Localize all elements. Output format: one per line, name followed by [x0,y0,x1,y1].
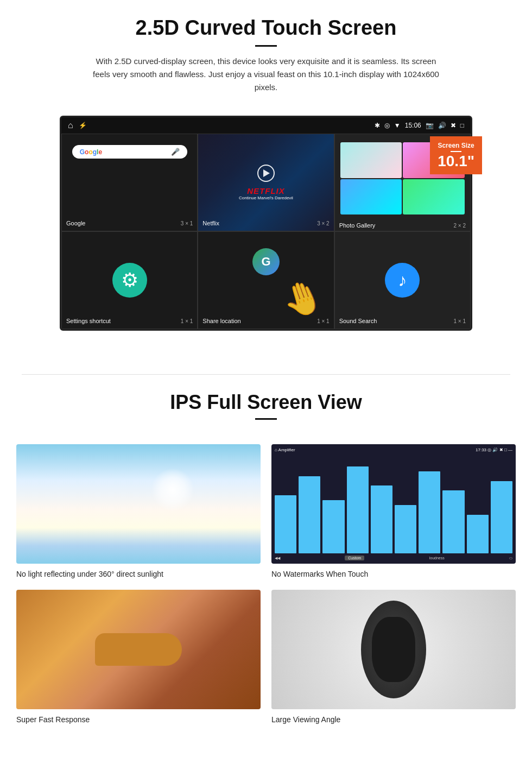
screen-mockup-section: ⌂ ⚡ ✱ ◎ ▼ 15:06 📷 🔊 ✖ □ [0,116,532,331]
feature-amplifier: ⌂ Amplifier 17:33 ◎ 🔊 ✖ □ — ◀◀ [271,444,516,579]
screen-wrapper: ⌂ ⚡ ✱ ◎ ▼ 15:06 📷 🔊 ✖ □ [60,116,472,331]
netflix-overlay: NETFLIX Continue Marvel's Daredevil [198,134,333,231]
feature-car: Large Viewing Angle [271,590,516,724]
app-grid: Google 🎤 Google 3 × 1 [61,134,471,329]
window-icon: □ [460,122,464,129]
amp-bar-10 [491,481,512,554]
settings-cell-label: Settings shortcut 1 × 1 [66,318,193,324]
amp-bar-9 [467,515,489,553]
music-note-icon: ♪ [398,270,407,291]
feature-image-cheetah [16,590,261,709]
sound-label-size: 1 × 1 [453,318,466,324]
feature-image-sunlight [16,444,261,564]
badge-title: Screen Size [438,142,474,149]
amp-time: 17:33 ◎ 🔊 ✖ □ — [476,447,512,452]
netflix-subtitle: Continue Marvel's Daredevil [239,195,293,200]
badge-size: 10.1" [438,154,474,169]
feature-cheetah: Super Fast Response [16,590,261,724]
wifi-icon: ▼ [394,122,401,129]
cheetah-visual [16,590,261,709]
car-body-oval [361,601,426,698]
volume-icon: 🔊 [438,122,446,129]
sound-cell-label: Sound Search 1 × 1 [339,318,466,324]
netflix-cell-label: Netflix 3 × 2 [202,220,329,226]
feature-grid: No light reflecting under 360° direct su… [0,444,532,741]
amp-bar-1 [275,495,296,553]
photo-thumb-4 [403,179,465,215]
amp-bars [275,455,512,556]
camera-icon: 📷 [426,122,434,129]
feature-label-car: Large Viewing Angle [271,715,340,724]
screen-container: ⌂ ⚡ ✱ ◎ ▼ 15:06 📷 🔊 ✖ □ [60,116,472,331]
hand-touch-icon: 🤚 [277,273,328,323]
amp-bar-8 [442,490,464,553]
share-label-text: Share location [202,318,240,324]
netflix-logo: NETFLIX [247,186,285,195]
title-underline [255,45,277,47]
netflix-label-text: Netflix [202,220,219,226]
cheetah-body [95,633,182,666]
google-search-bar[interactable]: Google 🎤 [72,145,187,159]
amp-prev-icon: ◀◀ [275,556,280,560]
photo-cell-label: Photo Gallery 2 × 2 [339,222,466,229]
feature-label-amplifier: No Watermarks When Touch [271,570,368,578]
time-display: 15:06 [405,122,421,129]
play-triangle-icon [263,169,270,177]
amplifier-visual: ⌂ Amplifier 17:33 ◎ 🔊 ✖ □ — ◀◀ [271,444,516,564]
section-curved-touch: 2.5D Curved Touch Screen With 2.5D curve… [0,0,532,116]
play-button [257,165,275,182]
sunlight-visual [16,444,261,564]
netflix-app-cell[interactable]: NETFLIX Continue Marvel's Daredevil Netf… [198,134,334,231]
share-label-size: 1 × 1 [317,318,330,324]
amp-bar-5 [371,485,392,553]
custom-btn[interactable]: Custom [345,556,364,560]
photo-label-text: Photo Gallery [339,222,376,229]
amp-bar-3 [322,500,344,553]
amp-bar-6 [395,505,416,553]
feature-image-car [271,590,516,709]
music-icon-circle: ♪ [385,263,420,298]
amp-bar-7 [419,471,440,553]
settings-label-size: 1 × 1 [181,318,193,324]
google-cell-label: Google 3 × 1 [66,220,193,226]
amp-header: ⌂ Amplifier 17:33 ◎ 🔊 ✖ □ — [275,447,512,452]
screen-size-badge: Screen Size 10.1" [430,136,482,174]
status-bar-right: ✱ ◎ ▼ 15:06 📷 🔊 ✖ □ [375,122,464,129]
badge-underline [451,151,461,152]
gear-icon: ⚙ [121,269,138,292]
section1-description: With 2.5D curved-display screen, this de… [90,55,442,94]
section1-title: 2.5D Curved Touch Screen [33,16,499,40]
feature-label-cheetah: Super Fast Response [16,715,90,724]
car-visual [271,590,516,709]
feature-label-sunlight: No light reflecting under 360° direct su… [16,570,163,578]
sun-glare [151,468,194,512]
car-roof [372,617,415,682]
settings-icon-circle: ⚙ [112,263,147,298]
amp-bar-2 [299,476,320,553]
amp-footer: ◀◀ Custom loudness ⬭ [275,556,512,560]
netflix-label-size: 3 × 2 [317,220,330,226]
sound-search-cell[interactable]: ♪ Sound Search 1 × 1 [334,231,471,329]
loudness-label: loudness [429,556,445,560]
photo-thumb-1 [340,142,402,178]
mic-icon: 🎤 [171,148,180,156]
location-icon: ◎ [384,122,390,129]
home-icon: ⌂ [68,121,73,130]
settings-app-cell[interactable]: ⚙ Settings shortcut 1 × 1 [61,231,198,329]
share-cell-label: Share location 1 × 1 [202,318,329,324]
amp-title: ⌂ Amplifier [275,447,295,452]
close-icon: ✖ [451,122,456,129]
google-app-cell[interactable]: Google 🎤 Google 3 × 1 [61,134,198,231]
share-location-cell[interactable]: G 🤚 Share location 1 × 1 [198,231,334,329]
amp-bar-4 [347,466,369,553]
settings-label-text: Settings shortcut [66,318,111,324]
status-bar: ⌂ ⚡ ✱ ◎ ▼ 15:06 📷 🔊 ✖ □ [61,117,471,134]
google-label-text: Google [66,220,85,226]
google-label-size: 3 × 1 [181,220,193,226]
usb-icon: ⚡ [79,122,87,129]
feature-image-amplifier: ⌂ Amplifier 17:33 ◎ 🔊 ✖ □ — ◀◀ [271,444,516,564]
section-ips: IPS Full Screen View [0,375,532,444]
google-logo: Google [80,148,102,156]
section2-title: IPS Full Screen View [22,391,510,414]
photo-thumb-3 [340,179,402,215]
